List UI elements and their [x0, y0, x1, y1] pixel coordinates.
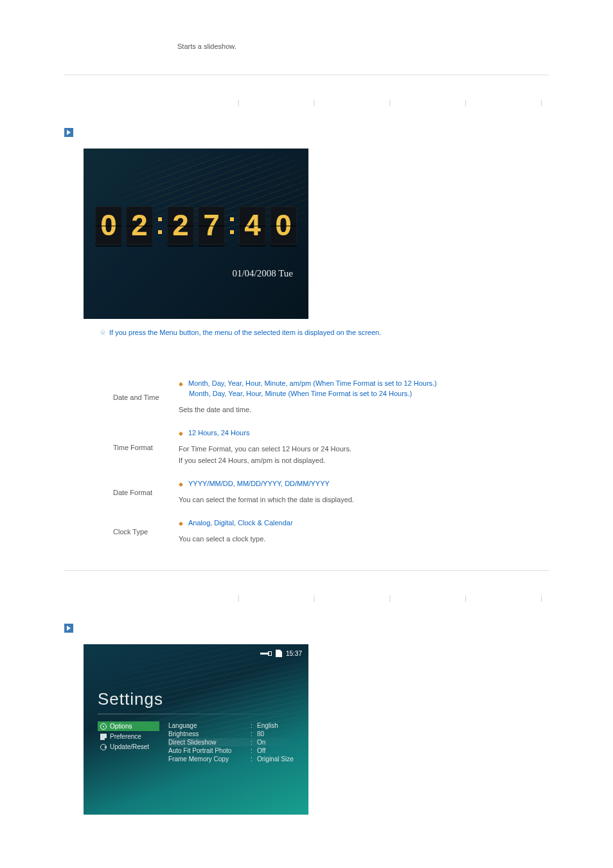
nav-sep: | [540, 594, 542, 602]
option-text: 12 Hours, 24 Hours [188, 429, 249, 437]
play-icon [64, 624, 73, 633]
option-text: YYYY/MM/DD, MM/DD/YYYY, DD/MM/YYYY [188, 480, 330, 487]
sidebar-item-label: Options [110, 723, 132, 730]
nav-sep: | [238, 98, 240, 106]
svg-marker-0 [67, 130, 71, 135]
sidebar-item-options[interactable]: Options [98, 721, 159, 731]
colon: : [251, 747, 257, 754]
clock-digit: 0 [270, 206, 297, 245]
nav-sep: | [238, 594, 240, 602]
play-icon [64, 128, 73, 137]
bullet-icon: ◆ [179, 481, 183, 487]
settings-row-value: Off [257, 747, 265, 754]
option-desc: Sets the date and time. [179, 404, 513, 416]
bullet-icon: ◆ [179, 381, 183, 387]
settings-row-label: Auto Fit Portrait Photo [168, 747, 251, 754]
nav-sep: | [389, 594, 391, 602]
clock-date-text: 01/04/2008 Tue [232, 268, 293, 279]
clock-digit: 2 [167, 206, 194, 245]
settings-title: Settings [98, 689, 163, 709]
gear-icon [100, 723, 107, 730]
settings-row-value: 80 [257, 730, 264, 737]
statusbar-time: 15:37 [286, 650, 302, 657]
note-text: If you press the Menu button, the menu o… [109, 329, 381, 336]
preference-icon [100, 734, 107, 740]
sdcard-icon [276, 649, 282, 657]
nav-sep: | [314, 594, 315, 602]
clock-digit: 7 [198, 206, 225, 245]
settings-row-value: On [257, 739, 265, 746]
row-label: Date Format [109, 473, 175, 512]
usb-icon [260, 651, 272, 656]
settings-row-label: Frame Memory Copy [168, 755, 251, 763]
reset-icon [100, 744, 107, 750]
nav-separator-row: | | | | | [0, 98, 613, 106]
settings-row[interactable]: Auto Fit Portrait Photo : Off [168, 746, 301, 755]
clock-colon [157, 217, 163, 234]
settings-row[interactable]: Brightness : 80 [168, 730, 301, 738]
sidebar-item-update-reset[interactable]: Update/Reset [98, 742, 159, 752]
nav-sep: | [465, 98, 466, 106]
colon: : [251, 755, 257, 763]
intro-text: Starts a slideshow. [177, 42, 613, 50]
nav-sep: | [314, 98, 315, 106]
settings-row[interactable]: Language : English [168, 721, 301, 730]
settings-list: Language : English Brightness : 80 Direc… [168, 721, 301, 763]
note-glyph: ※ [100, 328, 105, 337]
option-desc: You can select a clock type. [179, 533, 513, 545]
clock-colon [229, 217, 235, 234]
option-text: Month, Day, Year, Hour, Minute (When Tim… [189, 390, 412, 397]
settings-sidebar: Options Preference Update/Reset [98, 721, 159, 763]
colon: : [251, 730, 257, 737]
settings-row-label: Brightness [168, 730, 251, 737]
bullet-icon: ◆ [179, 520, 183, 527]
settings-screenshot: 15:37 Settings Options Preference [84, 644, 308, 815]
colon: : [251, 722, 257, 729]
row-label: Clock Type [109, 512, 175, 552]
sidebar-item-label: Update/Reset [110, 743, 149, 750]
nav-sep: | [540, 98, 542, 106]
colon: : [251, 739, 257, 746]
settings-row-value: Original Size [257, 755, 294, 763]
sidebar-item-preference[interactable]: Preference [98, 732, 159, 741]
section-divider [64, 75, 549, 75]
option-text: Month, Day, Year, Hour, Minute, am/pm (W… [188, 379, 437, 387]
title-underline [98, 714, 294, 714]
option-desc: You can select the format in which the d… [179, 494, 513, 506]
settings-row-label: Language [168, 722, 251, 729]
option-desc: If you select 24 Hours, am/pm is not dis… [179, 455, 513, 467]
section-divider [64, 570, 549, 571]
sidebar-item-label: Preference [110, 733, 141, 740]
nav-sep: | [465, 594, 466, 602]
nav-sep: | [389, 98, 391, 106]
settings-row[interactable]: Frame Memory Copy : Original Size [168, 755, 301, 763]
row-label: Date and Time [109, 373, 175, 422]
clock-digit: 2 [126, 206, 153, 245]
clock-settings-table: Date and Time ◆Month, Day, Year, Hour, M… [109, 373, 517, 551]
option-desc: For Time Format, you can select 12 Hours… [179, 443, 513, 455]
clock-screenshot: 0 2 2 7 4 0 01/04/2008 Tue [84, 149, 308, 319]
nav-separator-row: | | | | | [0, 594, 613, 602]
option-text: Analog, Digital, Clock & Calendar [188, 519, 293, 527]
clock-digit: 4 [239, 206, 266, 245]
settings-row-value: English [257, 722, 278, 729]
svg-marker-1 [67, 626, 71, 631]
row-label: Time Format [109, 422, 175, 473]
bullet-icon: ◆ [179, 430, 183, 437]
settings-row-label: Direct Slideshow [168, 739, 251, 746]
clock-digit: 0 [95, 206, 122, 245]
settings-row[interactable]: Direct Slideshow : On [168, 738, 301, 746]
menu-note: ※ If you press the Menu button, the menu… [100, 328, 613, 337]
